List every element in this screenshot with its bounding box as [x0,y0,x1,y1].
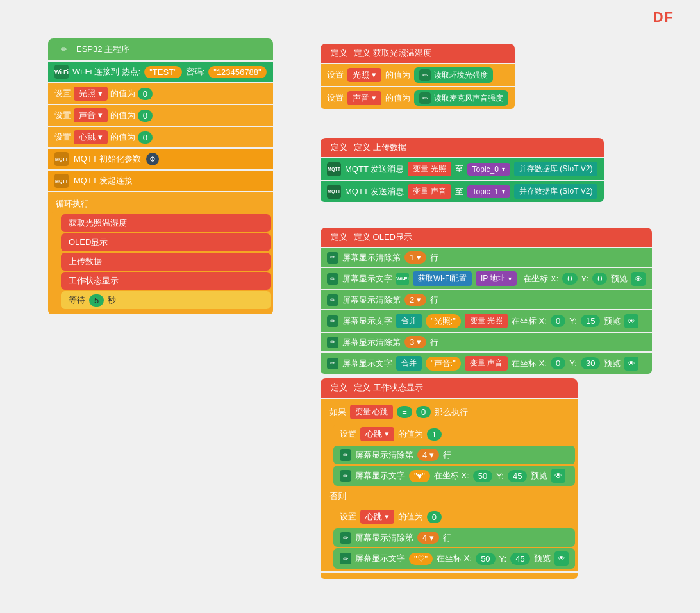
loop-items: 获取光照温湿度 OLED显示 上传数据 工作状态显示 等待 5 秒 [61,214,271,309]
wifi-connect-block: Wi-Fi Wi-Fi 连接到 热点: "TEST" 密码: "12345678… [48,62,273,82]
draw-icon-oled1: ✏ [327,252,338,264]
light-val-1: 0 [138,88,153,100]
hb-val-2: 0 [427,511,442,523]
df-logo: DF [653,9,674,26]
draw-icon-sensor2: ✏ [419,92,431,104]
ip-addr-block: IP 地址▾ [476,271,517,286]
if-container: 如果 变量 心跳 = 0 那么执行 设置 心跳 ▾ 的值为 1 ✏ 屏幕显示清除… [321,399,578,571]
upload-light-var: 变量 光照 [408,162,451,176]
main-program-group: ✏ ESP32 主程序 Wi-Fi Wi-Fi 连接到 热点: "TEST" 密… [48,38,273,314]
oled2-x: 0 [551,315,565,327]
hb-var-then: 心跳 ▾ [360,427,394,441]
mqtt-send-light: MQTT MQTT 发送消息 变量 光照 至 Topic_0▾ 并存数据库 (S… [321,158,604,180]
draw-icon-main: ✏ [57,42,71,56]
light-var-1: 光照 ▾ [74,87,108,101]
eq-val: 0 [416,406,431,418]
draw-icon-status3: ✏ [340,532,351,544]
save-db-1: 并存数据库 (SIoT V2) [514,162,597,176]
hb-val-1: 1 [427,428,442,441]
light-var-sensor: 光照 ▾ [347,68,381,82]
draw-icon-sensor1: ✏ [419,69,431,81]
draw-icon-oled6: ✏ [327,358,338,369]
oled-show-1: ✏ 屏幕显示文字 Wi-Fi 获取Wi-Fi配置 IP 地址▾ 在坐标 X: 0… [321,268,652,289]
loop-label: 循环执行 [51,195,94,213]
set-sound-block: 设置 声音 ▾ 的值为 0 [48,105,273,126]
heart-filled-str: "♥" [409,470,430,482]
eye-icon-5[interactable]: 👁 [554,551,569,566]
mqtt-icon-upload1: MQTT [327,162,341,176]
eye-icon-1[interactable]: 👁 [631,272,646,286]
oled-clear-4-2: ✏ 屏幕显示清除第 4 ▾ 行 [333,528,575,547]
light-label-str: "光照:" [426,314,461,328]
define-sensor-header: 定义 定义 获取光照温湿度 [321,44,515,63]
sound-var-sensor: 声音 ▾ [347,91,381,105]
oled3-y: 30 [581,357,600,369]
eye-icon-3[interactable]: 👁 [624,357,638,371]
eye-icon-2[interactable]: 👁 [624,314,638,328]
draw-icon-status2: ✏ [340,470,351,482]
loop-item-4: 工作状态显示 [61,272,271,290]
set-hb-2: 设置 心跳 ▾ 的值为 0 [333,507,575,527]
set-light-block: 设置 光照 ▾ 的值为 0 [48,83,273,104]
merge-2: 合并 [396,314,422,328]
clear4-1-num: 4 ▾ [417,449,439,461]
status2-y: 45 [510,553,529,565]
eq-sign: = [397,406,412,418]
loop-item-1: 获取光照温湿度 [61,214,271,232]
read-light-sensor: ✏ 读取环境光强度 [414,67,493,83]
heartbeat-val-1: 0 [138,131,153,144]
draw-icon-oled5: ✏ [327,337,338,348]
draw-icon-oled2: ✏ [327,273,338,285]
wait-num: 5 [89,294,104,306]
topic0-block: Topic_0▾ [467,163,510,176]
clear1-num: 1 ▾ [404,251,426,264]
sound-val-1: 0 [138,110,153,122]
define-status-header: 定义 定义 工作状态显示 [321,378,578,398]
set-hb-1: 设置 心跳 ▾ 的值为 1 [333,424,575,444]
oled-show-2: ✏ 屏幕显示文字 合并 "光照:" 变量 光照 在坐标 X: 0 Y: 15 预… [321,310,652,332]
define-oled-group: 定义 定义 OLED显示 ✏ 屏幕显示清除第 1 ▾ 行 ✏ 屏幕显示文字 Wi… [321,228,652,374]
sound-label-str: "声音:" [426,357,461,371]
wait-block: 等待 5 秒 [61,291,271,309]
eye-icon-4[interactable]: 👁 [551,469,565,483]
define-oled-header: 定义 定义 OLED显示 [321,228,652,247]
else-branch: 设置 心跳 ▾ 的值为 0 ✏ 屏幕显示清除第 4 ▾ 行 ✏ 屏幕显示文字 "… [333,507,575,569]
heartbeat-var-1: 心跳 ▾ [74,130,108,144]
mqtt-icon-upload2: MQTT [327,185,341,199]
oled-clear-1: ✏ 屏幕显示清除第 1 ▾ 行 [321,248,652,267]
oled-show-heart-empty: ✏ 屏幕显示文字 "♡" 在坐标 X: 50 Y: 45 预览 👁 [333,548,575,569]
loop-item-3: 上传数据 [61,253,271,271]
define-upload-header: 定义 定义 上传数据 [321,138,604,157]
status2-x: 50 [476,553,495,565]
then-branch: 设置 心跳 ▾ 的值为 1 ✏ 屏幕显示清除第 4 ▾ 行 ✏ 屏幕显示文字 "… [333,424,575,486]
wifi-icon-oled: Wi-Fi [396,273,409,285]
mqtt-init-block: MQTT MQTT 初始化参数 ⚙ [48,149,273,169]
loop-container: 循环执行 获取光照温湿度 OLED显示 上传数据 工作状态显示 等待 5 秒 [48,192,273,314]
draw-icon-oled3: ✏ [327,294,338,306]
oled1-x: 0 [562,273,577,285]
read-sound-sensor: ✏ 读取麦克风声音强度 [414,90,508,106]
heart-empty-str: "♡" [409,553,433,565]
light-var-oled: 变量 光照 [465,314,508,328]
hb-var-else: 心跳 ▾ [360,510,394,524]
mqtt-icon-2: MQTT [54,174,69,188]
oled-show-heart-filled: ✏ 屏幕显示文字 "♥" 在坐标 X: 50 Y: 45 预览 👁 [333,466,575,486]
save-db-2: 并存数据库 (SIoT V2) [514,184,597,199]
if-block: 如果 变量 心跳 = 0 那么执行 [323,401,575,423]
define-status-group: 定义 定义 工作状态显示 如果 变量 心跳 = 0 那么执行 设置 心跳 ▾ 的… [321,378,578,579]
oled-show-3: ✏ 屏幕显示文字 合并 "声音:" 变量 声音 在坐标 X: 0 Y: 30 预… [321,353,652,374]
wifi-icon: Wi-Fi [54,65,69,79]
mqtt-send-sound: MQTT MQTT 发送消息 变量 声音 至 Topic_1▾ 并存数据库 (S… [321,181,604,202]
set-sound-sensor: 设置 声音 ▾ 的值为 ✏ 读取麦克风声音强度 [321,87,515,109]
gear-icon-1[interactable]: ⚙ [146,153,159,165]
draw-icon-oled4: ✏ [327,315,338,327]
mqtt-icon-1: MQTT [54,152,69,166]
upload-sound-var: 变量 声音 [408,184,451,199]
oled-clear-4-1: ✏ 屏幕显示清除第 4 ▾ 行 [333,446,575,464]
set-heartbeat-block: 设置 心跳 ▾ 的值为 0 [48,127,273,147]
oled3-x: 0 [551,357,565,369]
define-sensor-group: 定义 定义 获取光照温湿度 设置 光照 ▾ 的值为 ✏ 读取环境光强度 设置 声… [321,44,515,109]
clear3-num: 3 ▾ [404,336,426,348]
oled-clear-2: ✏ 屏幕显示清除第 2 ▾ 行 [321,290,652,309]
wifi-pwd: "123456788" [208,66,266,78]
